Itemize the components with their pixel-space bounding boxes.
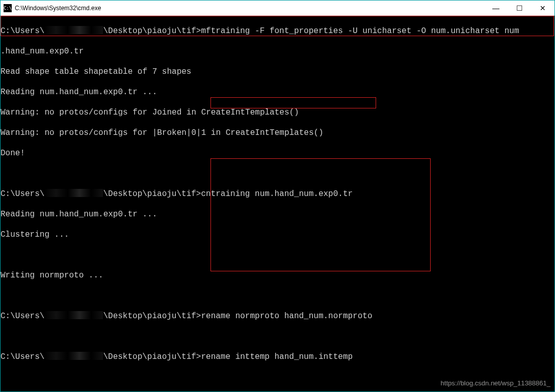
command-text: .hand_num.exp0.tr xyxy=(1,47,84,56)
terminal-line xyxy=(1,250,554,260)
output-text: Read shape table shapetable of 7 shapes xyxy=(1,67,191,76)
redacted-username xyxy=(44,352,103,360)
redacted-username xyxy=(44,26,103,34)
terminal-line: Done! xyxy=(1,148,554,158)
terminal-line xyxy=(1,331,554,342)
terminal-line: C:\Users\\Desktop\piaoju\tif>mftraining … xyxy=(1,26,554,36)
output-text: Done! xyxy=(1,149,25,158)
terminal-line: Clustering ... xyxy=(1,230,554,240)
prompt-prefix: C:\Users\ xyxy=(1,189,44,199)
output-text: Writing normproto ... xyxy=(1,271,103,280)
terminal-line: C:\Users\\Desktop\piaoju\tif>rename norm… xyxy=(1,311,554,321)
close-button[interactable]: ✕ xyxy=(531,1,554,15)
prompt-suffix: \Desktop\piaoju\tif> xyxy=(103,312,201,321)
window-title: C:\Windows\System32\cmd.exe xyxy=(15,5,484,12)
output-text: Reading num.hand_num.exp0.tr ... xyxy=(1,88,157,97)
output-text: Warning: no protos/configs for Joined in… xyxy=(1,108,299,117)
prompt-suffix: \Desktop\piaoju\tif> xyxy=(103,189,201,199)
terminal-line: Warning: no protos/configs for |Broken|0… xyxy=(1,128,554,138)
minimize-button[interactable]: — xyxy=(484,1,508,15)
titlebar[interactable]: C:\ C:\Windows\System32\cmd.exe — ☐ ✕ xyxy=(1,1,554,16)
cmd-icon: C:\ xyxy=(4,4,12,12)
terminal-line: Read shape table shapetable of 7 shapes xyxy=(1,67,554,77)
prompt-suffix: \Desktop\piaoju\tif> xyxy=(103,26,201,36)
command-text: rename normproto hand_num.normproto xyxy=(201,312,372,321)
terminal-line xyxy=(1,169,554,179)
terminal-line: Warning: no protos/configs for Joined in… xyxy=(1,107,554,118)
prompt-suffix: \Desktop\piaoju\tif> xyxy=(103,352,201,361)
redacted-username xyxy=(44,189,103,197)
terminal-line: Reading num.hand_num.exp0.tr ... xyxy=(1,209,554,219)
redacted-username xyxy=(44,311,103,319)
cmd-window: C:\ C:\Windows\System32\cmd.exe — ☐ ✕ C:… xyxy=(0,0,555,392)
prompt-prefix: C:\Users\ xyxy=(1,26,44,36)
terminal-line: Reading num.hand_num.exp0.tr ... xyxy=(1,87,554,97)
output-text: Warning: no protos/configs for |Broken|0… xyxy=(1,128,324,137)
terminal-line: Writing normproto ... xyxy=(1,270,554,281)
command-text: cntraining num.hand_num.exp0.tr xyxy=(201,189,353,199)
highlight-box xyxy=(210,97,376,108)
terminal-line: .hand_num.exp0.tr xyxy=(1,46,554,57)
window-controls: — ☐ ✕ xyxy=(484,1,554,15)
terminal-line: C:\Users\\Desktop\piaoju\tif>rename intt… xyxy=(1,352,554,362)
terminal-line xyxy=(1,372,554,382)
terminal-line xyxy=(1,291,554,301)
prompt-prefix: C:\Users\ xyxy=(1,352,44,361)
output-text: Clustering ... xyxy=(1,230,69,239)
maximize-button[interactable]: ☐ xyxy=(508,1,531,15)
terminal-line: C:\Users\\Desktop\piaoju\tif>cntraining … xyxy=(1,189,554,199)
command-text: rename inttemp hand_num.inttemp xyxy=(201,352,353,361)
command-text: mftraining -F font_properties -U unichar… xyxy=(201,26,519,36)
prompt-prefix: C:\Users\ xyxy=(1,312,44,321)
terminal-output[interactable]: C:\Users\\Desktop\piaoju\tif>mftraining … xyxy=(1,16,554,391)
output-text: Reading num.hand_num.exp0.tr ... xyxy=(1,210,157,219)
